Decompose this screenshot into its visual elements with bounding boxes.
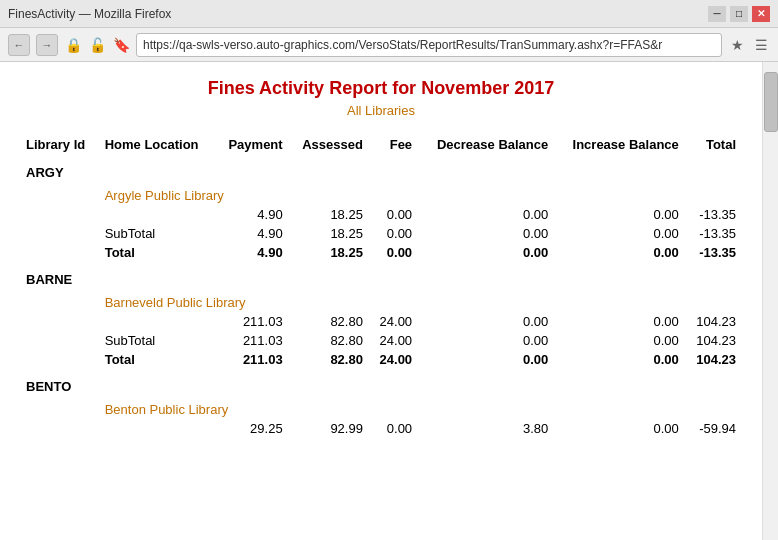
payment-cell: 29.25	[216, 419, 289, 438]
browser-toolbar: ← → 🔒 🔓 🔖 ★ ☰	[0, 28, 778, 62]
maximize-button[interactable]: □	[730, 6, 748, 22]
col-header-home-location: Home Location	[99, 134, 216, 155]
col-header-library-id: Library Id	[20, 134, 99, 155]
col-header-decrease: Decrease Balance	[418, 134, 554, 155]
menu-icon[interactable]: ☰	[752, 36, 770, 54]
table-row: 29.25 92.99 0.00 3.80 0.00 -59.94	[20, 419, 742, 438]
section-id: BARNE	[20, 262, 99, 289]
library-name-row: Argyle Public Library	[20, 182, 742, 205]
subtotal-label: SubTotal	[99, 331, 216, 350]
browser-titlebar: FinesActivity — Mozilla Firefox ─ □ ✕	[0, 0, 778, 28]
table-row: 211.03 82.80 24.00 0.00 0.00 104.23	[20, 312, 742, 331]
page-content: Fines Activity Report for November 2017 …	[0, 62, 778, 540]
fee-cell: 0.00	[369, 419, 418, 438]
subtotal-row: SubTotal 211.03 82.80 24.00 0.00 0.00 10…	[20, 331, 742, 350]
back-button[interactable]: ←	[8, 34, 30, 56]
library-name: Benton Public Library	[99, 396, 742, 419]
increase-cell: 0.00	[554, 419, 685, 438]
fee-cell: 24.00	[369, 312, 418, 331]
total-cell: 104.23	[685, 312, 742, 331]
increase-cell: 0.00	[554, 205, 685, 224]
col-header-assessed: Assessed	[289, 134, 369, 155]
main-area: Fines Activity Report for November 2017 …	[0, 62, 762, 540]
library-name-row: Benton Public Library	[20, 396, 742, 419]
assessed-cell: 18.25	[289, 205, 369, 224]
lock-icon: 🔓	[88, 36, 106, 54]
subtotal-label: SubTotal	[99, 224, 216, 243]
total-row: Total 211.03 82.80 24.00 0.00 0.00 104.2…	[20, 350, 742, 369]
star-icon[interactable]: ★	[728, 36, 746, 54]
payment-cell: 4.90	[216, 205, 289, 224]
subtotal-row: SubTotal 4.90 18.25 0.00 0.00 0.00 -13.3…	[20, 224, 742, 243]
report-subtitle: All Libraries	[20, 103, 742, 118]
report-table: Library Id Home Location Payment Assesse…	[20, 134, 742, 438]
decrease-cell: 0.00	[418, 312, 554, 331]
payment-cell: 211.03	[216, 312, 289, 331]
library-name: Barneveld Public Library	[99, 289, 742, 312]
table-row: 4.90 18.25 0.00 0.00 0.00 -13.35	[20, 205, 742, 224]
assessed-cell: 92.99	[289, 419, 369, 438]
titlebar-controls: ─ □ ✕	[708, 6, 770, 22]
increase-cell: 0.00	[554, 312, 685, 331]
bookmark-icon: 🔖	[112, 36, 130, 54]
total-cell: -13.35	[685, 205, 742, 224]
total-row: Total 4.90 18.25 0.00 0.00 0.00 -13.35	[20, 243, 742, 262]
section-id: ARGY	[20, 155, 99, 182]
col-header-payment: Payment	[216, 134, 289, 155]
url-bar[interactable]	[136, 33, 722, 57]
browser-title: FinesActivity — Mozilla Firefox	[8, 7, 171, 21]
library-name-row: Barneveld Public Library	[20, 289, 742, 312]
scrollbar[interactable]	[762, 62, 778, 540]
close-button[interactable]: ✕	[752, 6, 770, 22]
col-header-fee: Fee	[369, 134, 418, 155]
forward-button[interactable]: →	[36, 34, 58, 56]
total-label: Total	[99, 243, 216, 262]
library-name: Argyle Public Library	[99, 182, 742, 205]
fee-cell: 0.00	[369, 205, 418, 224]
decrease-cell: 0.00	[418, 205, 554, 224]
assessed-cell: 82.80	[289, 312, 369, 331]
section-id: BENTO	[20, 369, 99, 396]
col-header-increase: Increase Balance	[554, 134, 685, 155]
minimize-button[interactable]: ─	[708, 6, 726, 22]
total-cell: -59.94	[685, 419, 742, 438]
total-label: Total	[99, 350, 216, 369]
col-header-total: Total	[685, 134, 742, 155]
section-header: ARGY	[20, 155, 742, 182]
section-header: BENTO	[20, 369, 742, 396]
report-title: Fines Activity Report for November 2017	[20, 78, 742, 99]
security-icon: 🔒	[64, 36, 82, 54]
section-header: BARNE	[20, 262, 742, 289]
scrollbar-thumb[interactable]	[764, 72, 778, 132]
decrease-cell: 3.80	[418, 419, 554, 438]
